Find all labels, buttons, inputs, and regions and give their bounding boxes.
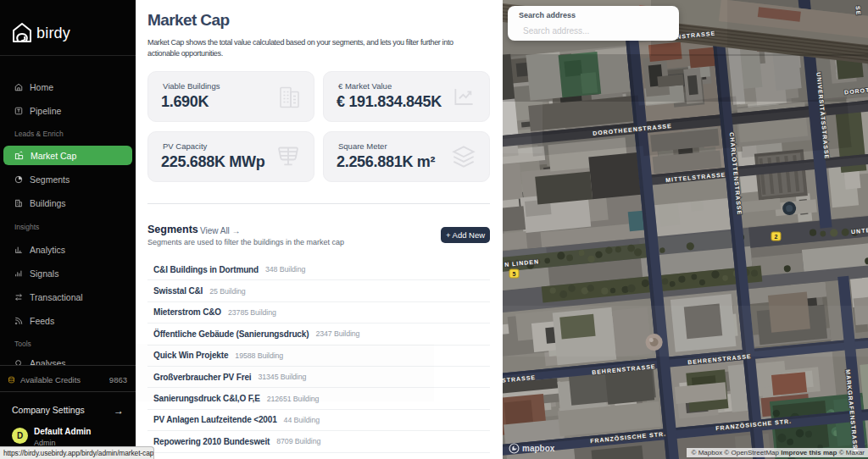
svg-text:5: 5 — [513, 271, 516, 277]
svg-text:SE: SE — [855, 6, 862, 16]
svg-text:2: 2 — [775, 234, 778, 240]
